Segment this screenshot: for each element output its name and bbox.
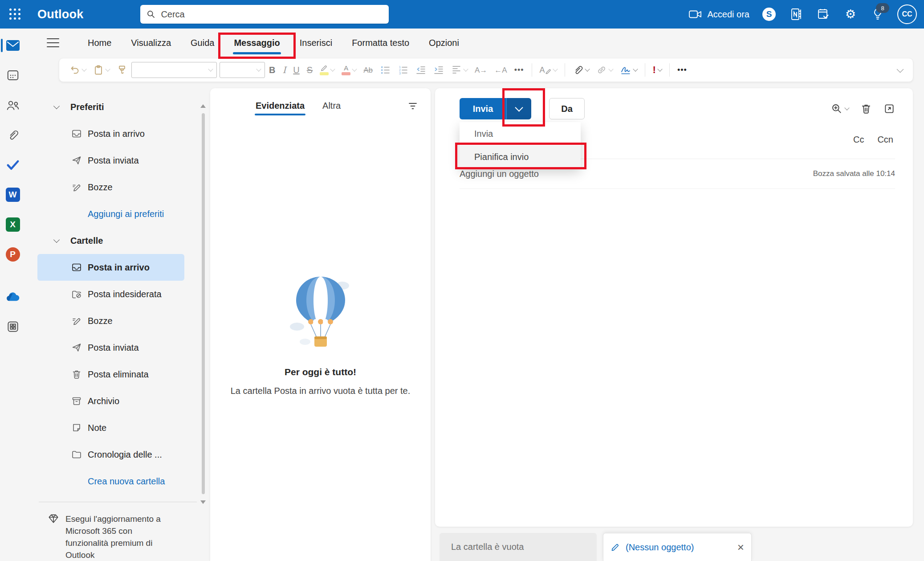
strikethrough-icon: S — [307, 65, 313, 75]
bulleted-list-button[interactable] — [377, 61, 394, 78]
inbox-icon — [71, 262, 82, 273]
filter-button[interactable] — [407, 102, 418, 111]
left-to-right-button[interactable]: A→ — [472, 61, 490, 78]
folder-bozze[interactable]: Bozze — [37, 307, 184, 334]
open-in-window-button[interactable] — [883, 103, 895, 115]
app-launcher-icon[interactable] — [6, 5, 24, 23]
draft-taskbar-tab[interactable]: (Nessun oggetto) × — [603, 533, 752, 561]
cc-button[interactable]: Cc — [853, 135, 864, 145]
font-name-select[interactable] — [131, 62, 217, 78]
underline-button[interactable]: U — [290, 61, 302, 78]
signature-button[interactable] — [617, 61, 640, 78]
font-color-button[interactable]: A — [338, 61, 359, 78]
rail-people-button[interactable] — [5, 97, 21, 113]
send-button[interactable]: Invia — [460, 98, 506, 119]
menu-item-invia[interactable]: Invia — [460, 122, 581, 145]
add-to-favorites-link[interactable]: Aggiungi ai preferiti — [37, 201, 209, 227]
rail-todo-button[interactable] — [5, 157, 21, 173]
search-bar[interactable] — [140, 5, 389, 24]
clear-formatting-button[interactable]: Ab — [360, 61, 376, 78]
folder-pane-scrollbar[interactable] — [202, 113, 205, 494]
increase-indent-button[interactable] — [430, 61, 447, 78]
scroll-up-arrow[interactable] — [200, 104, 206, 108]
bold-button[interactable]: B — [266, 61, 278, 78]
tab-messaggio[interactable]: Messaggio — [224, 34, 289, 52]
rail-word-button[interactable]: W — [5, 187, 21, 203]
more-icon: ••• — [514, 66, 524, 75]
tips-button[interactable]: 8 — [870, 7, 885, 22]
favorites-header[interactable]: Preferiti — [25, 94, 209, 120]
onenote-button[interactable] — [789, 7, 804, 22]
tab-altra[interactable]: Altra — [322, 101, 341, 111]
hamburger-icon[interactable] — [47, 38, 59, 47]
folder-archivio[interactable]: Archivio — [37, 388, 184, 414]
skype-button[interactable]: S — [761, 7, 777, 22]
popout-icon — [883, 103, 895, 115]
folder-note[interactable]: Note — [37, 414, 184, 441]
account-avatar[interactable]: CC — [897, 4, 917, 24]
numbered-list-button[interactable]: 123 — [395, 61, 411, 78]
toolbar-overflow-button[interactable]: ••• — [674, 61, 690, 78]
folder-cronologia[interactable]: Cronologia delle ... — [37, 441, 184, 468]
favorite-bozze[interactable]: Bozze — [37, 174, 184, 201]
favorite-posta-inviata[interactable]: Posta inviata — [37, 147, 184, 174]
folder-posta-indesiderata[interactable]: Posta indesiderata — [37, 281, 184, 307]
bcc-button[interactable]: Ccn — [877, 135, 893, 145]
tab-inserisci[interactable]: Inserisci — [290, 34, 342, 52]
chevron-down-icon — [352, 66, 357, 71]
my-day-button[interactable] — [816, 7, 831, 22]
decrease-indent-button[interactable] — [412, 61, 429, 78]
tab-guida[interactable]: Guida — [181, 34, 224, 52]
tab-visualizza[interactable]: Visualizza — [121, 34, 181, 52]
styles-button[interactable]: A — [537, 61, 560, 78]
italic-button[interactable]: I — [279, 61, 289, 78]
message-body-editor[interactable] — [435, 189, 913, 527]
paperclip-icon — [573, 65, 583, 75]
app-title[interactable]: Outlook — [37, 8, 83, 21]
rail-excel-button[interactable]: X — [5, 217, 21, 233]
rail-onedrive-button[interactable] — [5, 289, 21, 305]
attach-file-button[interactable] — [570, 61, 592, 78]
tab-formatta-testo[interactable]: Formatta testo — [342, 34, 419, 52]
folders-header[interactable]: Cartelle — [25, 227, 209, 254]
font-size-select[interactable] — [220, 62, 265, 78]
subject-input[interactable]: Aggiungi un oggetto — [460, 169, 539, 179]
align-button[interactable] — [448, 61, 471, 78]
discard-button[interactable] — [860, 103, 872, 115]
signin-label: Accedi ora — [708, 9, 750, 20]
close-icon[interactable]: × — [737, 541, 744, 553]
create-folder-link[interactable]: Crea nuova cartella — [37, 468, 209, 495]
scroll-down-arrow[interactable] — [200, 500, 206, 504]
highlight-button[interactable] — [317, 61, 338, 78]
chevron-down-icon — [53, 237, 60, 243]
zoom-button[interactable] — [831, 103, 849, 115]
from-button[interactable]: Da — [549, 98, 585, 119]
menu-item-pianifica-invio[interactable]: Pianifica invio — [460, 145, 581, 168]
tab-opzioni[interactable]: Opzioni — [419, 34, 469, 52]
tab-evidenziata[interactable]: Evidenziata — [256, 101, 305, 111]
insert-link-button[interactable] — [593, 61, 616, 78]
send-options-dropdown[interactable] — [506, 98, 531, 119]
folder-posta-inviata[interactable]: Posta inviata — [37, 334, 184, 361]
favorite-posta-in-arrivo[interactable]: Posta in arrivo — [37, 120, 184, 147]
collapse-ribbon-button[interactable] — [895, 61, 906, 78]
right-to-left-button[interactable]: ←A — [491, 61, 510, 78]
search-input[interactable] — [160, 9, 383, 20]
strikethrough-button[interactable]: S — [304, 61, 316, 78]
rail-files-button[interactable] — [5, 127, 21, 143]
more-formatting-button[interactable]: ••• — [511, 61, 527, 78]
settings-button[interactable]: ⚙ — [843, 7, 858, 22]
rail-more-apps-button[interactable] — [5, 319, 21, 335]
rail-calendar-button[interactable] — [5, 67, 21, 83]
rail-powerpoint-button[interactable]: P — [5, 246, 21, 262]
importance-button[interactable]: ! — [650, 61, 665, 78]
upgrade-promo[interactable]: Esegui l'aggiornamento a Microsoft 365 c… — [48, 513, 196, 561]
rail-mail-button[interactable] — [5, 37, 21, 53]
format-painter-button[interactable] — [114, 61, 130, 78]
folder-posta-in-arrivo[interactable]: Posta in arrivo — [37, 254, 184, 281]
undo-button[interactable] — [66, 61, 89, 78]
signin-button[interactable]: Accedi ora — [689, 9, 750, 20]
paste-button[interactable] — [90, 61, 113, 78]
tab-home[interactable]: Home — [78, 34, 121, 52]
folder-posta-eliminata[interactable]: Posta eliminata — [37, 361, 184, 388]
